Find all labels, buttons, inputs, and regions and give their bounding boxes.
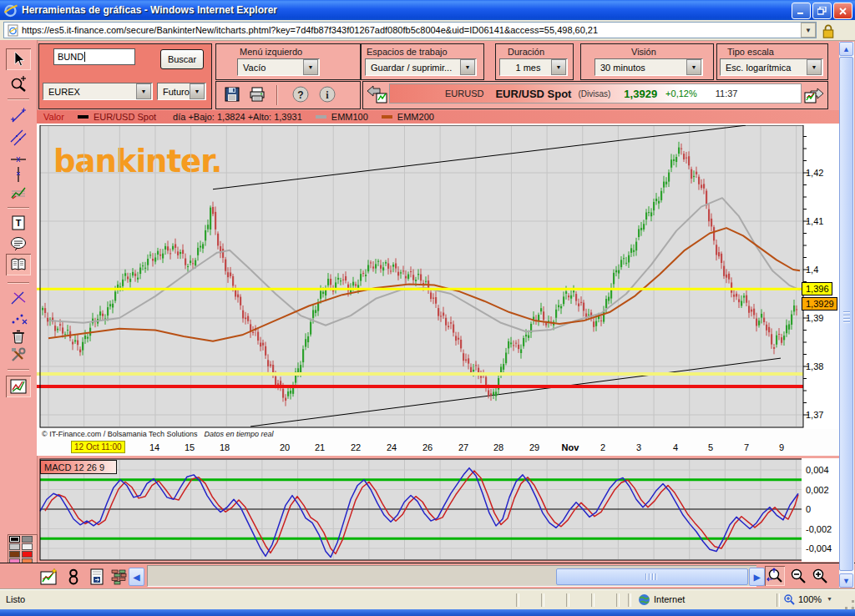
address-bar: https://es5.it-finance.com/secure/Bankin… [0, 20, 855, 41]
palette-color-swatch[interactable] [9, 551, 20, 558]
time-tick-label: 20 [268, 442, 301, 452]
search-input[interactable]: BUND​ [53, 48, 135, 65]
parallel-lines-icon [9, 129, 28, 147]
price-axis: 1,421,411,41,391,381,371,3961,3929 [802, 125, 840, 429]
duration-select[interactable]: 1 mes▼ [499, 58, 568, 76]
divider [8, 207, 29, 209]
chevron-down-icon[interactable]: ▼ [460, 59, 475, 75]
book-icon [9, 255, 28, 274]
page-zoom-dropdown[interactable]: ▼ [827, 596, 832, 602]
restore-button[interactable] [812, 3, 832, 19]
save-icon [223, 85, 241, 104]
text-icon: T [9, 214, 28, 232]
previous-chart-button[interactable] [366, 83, 387, 105]
collapse-left-button[interactable]: ◀ [129, 568, 144, 586]
ticker-price: 1,3929 [624, 88, 657, 100]
macd-tick-label: 0 [806, 504, 811, 514]
zoom-in-icon [9, 75, 28, 93]
vertical-scrollbar-thumb[interactable] [839, 57, 853, 571]
ticker-bar[interactable]: EURUSD EUR/USD Spot (Divisas) 1,3929 +0,… [389, 83, 802, 104]
password-button[interactable] [63, 567, 83, 587]
workspaces-select[interactable]: Guardar / suprimir...▼ [365, 58, 477, 76]
address-url: https://es5.it-finance.com/secure/Bankin… [22, 25, 598, 35]
palette-color-swatch[interactable] [9, 536, 20, 543]
type-select[interactable]: Futuro▼ [157, 83, 206, 100]
time-tick-label: 9 [765, 442, 798, 452]
divider [8, 369, 29, 371]
price-tick-label: 1,39 [806, 313, 823, 323]
price-tick-label: 1,4 [806, 265, 818, 275]
info-icon: i [318, 85, 336, 104]
comment-tool-button[interactable] [6, 234, 31, 255]
trash-icon [9, 327, 28, 346]
chevron-down-icon[interactable]: ▼ [686, 59, 701, 75]
annotations-chart-tool-button[interactable] [6, 180, 31, 202]
resize-grip[interactable] [845, 600, 854, 609]
chart-style-icon [9, 377, 28, 396]
vision-select[interactable]: 30 minutos▼ [594, 58, 703, 76]
price-chart[interactable]: bankinter. [37, 125, 835, 429]
pointer-icon [9, 50, 28, 68]
time-tick-label: 3 [622, 442, 655, 452]
save-button[interactable] [222, 84, 242, 104]
chevron-down-icon[interactable]: ▼ [190, 83, 205, 99]
close-button[interactable] [833, 3, 852, 19]
series1-swatch [78, 115, 89, 119]
left-menu-select[interactable]: Vacío▼ [237, 58, 320, 76]
title-bar: Herramientas de gráficas - Windows Inter… [0, 0, 855, 20]
delete-line-tool-button[interactable] [6, 287, 31, 309]
svg-text:bankinter.: bankinter. [53, 144, 221, 179]
volume-profile-button[interactable] [109, 567, 129, 587]
divider [276, 85, 278, 105]
series3-swatch [382, 115, 392, 119]
vertical-scrollbar[interactable]: ▲ ▼ [839, 42, 854, 588]
info-button[interactable]: i [317, 84, 337, 104]
zoom-in-tool-button[interactable] [6, 73, 31, 95]
status-bar: Listo Internet 100% ▼ [0, 589, 855, 610]
palette-color-swatch[interactable] [22, 543, 33, 550]
chart-style-tool-button[interactable] [6, 376, 31, 397]
scroll-right-button[interactable]: ▶ [749, 568, 765, 586]
macd-tick-label: -0,004 [806, 543, 832, 553]
trend-line-tool-button[interactable] [6, 105, 31, 127]
market-select[interactable]: EUREX▼ [43, 83, 153, 100]
zoom-in-button[interactable] [810, 566, 830, 586]
palette-color-swatch[interactable] [9, 543, 20, 550]
scroll-down-button[interactable]: ▼ [839, 573, 853, 588]
chevron-down-icon[interactable]: ▼ [551, 59, 566, 75]
chevron-down-icon[interactable]: ▼ [303, 59, 318, 75]
zoom-out-button[interactable] [788, 566, 808, 586]
next-chart-button[interactable] [803, 83, 825, 105]
search-button[interactable]: Buscar [160, 49, 204, 69]
palette-color-swatch[interactable] [22, 551, 33, 558]
book-tool-button[interactable] [6, 254, 31, 275]
palette-color-swatch[interactable] [22, 536, 33, 543]
minimize-button[interactable] [792, 3, 811, 19]
help-icon: ? [291, 85, 310, 104]
chevron-down-icon[interactable]: ▼ [807, 59, 822, 75]
scroll-up-button[interactable]: ▲ [839, 42, 853, 56]
scale-select[interactable]: Esc. logarítmica▼ [720, 58, 823, 76]
print-button[interactable] [247, 84, 267, 104]
time-tick-label: 14 [138, 442, 171, 452]
zoom-fit-button[interactable] [765, 566, 785, 586]
settings-tools-tool-button[interactable] [6, 344, 31, 366]
macd-chart[interactable] [37, 458, 835, 562]
export-button[interactable] [87, 567, 107, 587]
new-chart-button[interactable] [38, 567, 58, 587]
macd-axis: 0,0040,0020-0,002-0,004 [802, 458, 840, 562]
parallel-lines-tool-button[interactable] [6, 127, 31, 149]
macd-tick-label: 0,004 [806, 465, 829, 475]
previous-chart-icon [366, 84, 387, 104]
legend-series2: EMM100 [331, 112, 368, 122]
legend-series1: EUR/USD Spot [94, 112, 156, 122]
chevron-down-icon[interactable]: ▼ [136, 83, 151, 99]
horizontal-scrollbar[interactable] [556, 568, 748, 585]
page-zoom-value: 100% [798, 594, 822, 604]
text-tool-button[interactable]: T [6, 212, 31, 234]
help-button[interactable]: ? [291, 84, 311, 104]
address-dropdown-button[interactable]: ▼ [801, 23, 816, 38]
address-input[interactable]: https://es5.it-finance.com/secure/Bankin… [3, 22, 817, 38]
copyright-text: © IT-Finance.com / Bolsamania Tech Solut… [42, 430, 198, 438]
pointer-tool-button[interactable] [6, 48, 31, 70]
